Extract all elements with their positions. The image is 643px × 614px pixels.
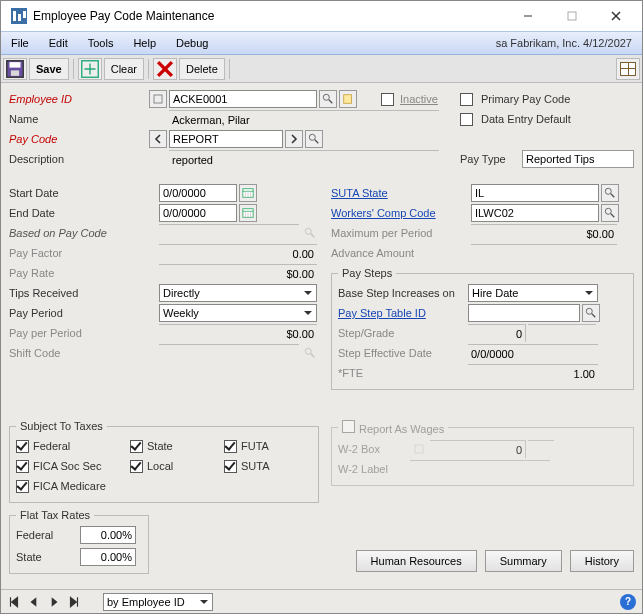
menubar: File Edit Tools Help Debug sa Fabrikam, …: [1, 31, 642, 55]
nav-last-icon[interactable]: [67, 595, 81, 609]
wc-code-label[interactable]: Workers' Comp Code: [331, 207, 469, 219]
base-step-select[interactable]: Hire Date: [468, 284, 598, 302]
excel-button[interactable]: [616, 58, 640, 80]
name-value: Ackerman, Pilar: [169, 110, 439, 128]
svg-rect-1: [568, 12, 576, 20]
step-table-lookup-icon[interactable]: [582, 304, 600, 322]
pay-per-period-value: $0.00: [159, 324, 317, 342]
pay-rate-label: Pay Rate: [9, 267, 157, 279]
save-button[interactable]: Save: [29, 58, 69, 80]
svg-line-29: [311, 354, 314, 357]
inactive-label: Inactive: [400, 93, 438, 105]
history-button[interactable]: History: [570, 550, 634, 572]
end-date-input[interactable]: 0/0/0000: [159, 204, 237, 222]
futa-label: FUTA: [241, 440, 269, 452]
menu-help[interactable]: Help: [123, 32, 166, 54]
step-eff-label: Step Effective Date: [338, 347, 466, 359]
fica-med-checkbox[interactable]: [16, 480, 29, 493]
svg-rect-13: [344, 95, 352, 104]
step-grade-value: 0: [468, 324, 526, 342]
pay-period-select[interactable]: Weekly: [159, 304, 317, 322]
w2-group: Report As Wages W-2 Box 0 W-2 Label: [331, 420, 634, 486]
pay-code-lookup-icon[interactable]: [305, 130, 323, 148]
nav-first-icon[interactable]: [7, 595, 21, 609]
name-label: Name: [9, 113, 147, 125]
step-grade-extra: [528, 324, 596, 342]
end-date-calendar-icon[interactable]: [239, 204, 257, 222]
w2-box-extra: [528, 440, 554, 458]
pay-code-prev-icon[interactable]: [149, 130, 167, 148]
step-table-input[interactable]: [468, 304, 580, 322]
menu-debug[interactable]: Debug: [166, 32, 218, 54]
clear-icon-button[interactable]: [78, 58, 102, 80]
start-date-input[interactable]: 0/0/0000: [159, 184, 237, 202]
tips-received-select[interactable]: Directly: [159, 284, 317, 302]
employee-id-lookup-icon[interactable]: [319, 90, 337, 108]
wc-code-input[interactable]: ILWC02: [471, 204, 599, 222]
pay-code-input[interactable]: REPORT: [169, 130, 283, 148]
flat-state-input[interactable]: 0.00%: [80, 548, 136, 566]
menu-edit[interactable]: Edit: [39, 32, 78, 54]
suta-state-label[interactable]: SUTA State: [331, 187, 469, 199]
summary-button[interactable]: Summary: [485, 550, 562, 572]
w2-box-label: W-2 Box: [338, 443, 408, 455]
svg-line-15: [315, 140, 318, 143]
start-date-calendar-icon[interactable]: [239, 184, 257, 202]
svg-line-33: [611, 214, 614, 217]
window-title: Employee Pay Code Maintenance: [33, 9, 506, 23]
shift-code-lookup-icon[interactable]: [301, 344, 319, 362]
menu-file[interactable]: File: [1, 32, 39, 54]
based-on-lookup-icon[interactable]: [301, 224, 319, 242]
pay-period-label: Pay Period: [9, 307, 157, 319]
fica-med-label: FICA Medicare: [33, 480, 106, 492]
state-checkbox[interactable]: [130, 440, 143, 453]
local-checkbox[interactable]: [130, 460, 143, 473]
delete-icon-button[interactable]: [153, 58, 177, 80]
nav-prev-icon[interactable]: [27, 595, 41, 609]
menu-tools[interactable]: Tools: [78, 32, 124, 54]
based-on-value: [159, 224, 299, 242]
pay-code-next-icon[interactable]: [285, 130, 303, 148]
svg-point-30: [605, 188, 611, 194]
w2-label-value: [410, 460, 550, 478]
human-resources-button[interactable]: Human Resources: [356, 550, 477, 572]
w2-box-info-icon: [410, 440, 428, 458]
clear-button[interactable]: Clear: [104, 58, 144, 80]
fica-ss-checkbox[interactable]: [16, 460, 29, 473]
w2-box-value: 0: [430, 440, 526, 458]
step-table-label[interactable]: Pay Step Table ID: [338, 307, 466, 319]
save-label: Save: [36, 63, 62, 75]
suta-state-lookup-icon[interactable]: [601, 184, 619, 202]
delete-button[interactable]: Delete: [179, 58, 225, 80]
save-icon-button[interactable]: [3, 58, 27, 80]
employee-id-label: Employee ID: [9, 93, 147, 105]
maximize-button[interactable]: [550, 2, 594, 30]
report-as-wages-checkbox[interactable]: [342, 420, 355, 433]
data-entry-default-checkbox[interactable]: [460, 113, 473, 126]
help-icon[interactable]: ?: [620, 594, 636, 610]
inactive-checkbox[interactable]: [381, 93, 394, 106]
minimize-button[interactable]: [506, 2, 550, 30]
w2-legend: Report As Wages: [338, 420, 448, 435]
svg-rect-36: [415, 445, 423, 453]
federal-checkbox[interactable]: [16, 440, 29, 453]
based-on-label: Based on Pay Code: [9, 227, 157, 239]
employee-id-input[interactable]: ACKE0001: [169, 90, 317, 108]
end-date-label: End Date: [9, 207, 157, 219]
pay-rate-value: $0.00: [159, 264, 317, 282]
employee-id-info-icon[interactable]: [149, 90, 167, 108]
suta-checkbox[interactable]: [224, 460, 237, 473]
step-eff-value: 0/0/0000: [468, 344, 598, 362]
wc-code-lookup-icon[interactable]: [601, 204, 619, 222]
close-button[interactable]: [594, 2, 638, 30]
description-value: reported: [169, 150, 439, 168]
primary-pay-code-checkbox[interactable]: [460, 93, 473, 106]
nav-next-icon[interactable]: [47, 595, 61, 609]
svg-line-31: [611, 194, 614, 197]
futa-checkbox[interactable]: [224, 440, 237, 453]
suta-state-input[interactable]: IL: [471, 184, 599, 202]
taxes-group: Subject To Taxes Federal State FUTA FICA…: [9, 420, 319, 503]
flat-federal-input[interactable]: 0.00%: [80, 526, 136, 544]
nav-sort-select[interactable]: by Employee ID: [103, 593, 213, 611]
employee-id-note-icon[interactable]: [339, 90, 357, 108]
